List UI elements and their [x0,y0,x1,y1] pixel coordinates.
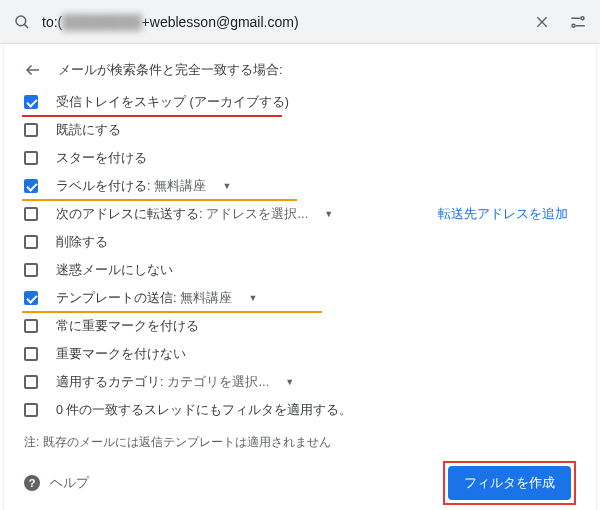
option-mark-read[interactable]: 既読にする [24,116,576,144]
label-dropdown[interactable]: 無料講座 ▼ [150,177,231,195]
svg-line-1 [24,24,28,28]
checkbox-forward[interactable] [24,207,38,221]
chevron-down-icon: ▼ [324,209,333,219]
option-never-spam[interactable]: 迷惑メールにしない [24,256,576,284]
create-filter-button[interactable]: フィルタを作成 [448,466,571,500]
search-input[interactable]: to:(████████+weblesson@gmail.com) [32,14,532,30]
option-categorize[interactable]: 適用するカテゴリ: カテゴリを選択... ▼ [24,368,576,396]
checkbox-delete[interactable] [24,235,38,249]
checkbox-always-important[interactable] [24,319,38,333]
help-link[interactable]: ? ヘルプ [24,475,89,492]
checkbox-star[interactable] [24,151,38,165]
back-icon[interactable] [24,60,44,80]
checkbox-mark-read[interactable] [24,123,38,137]
panel-title: メールが検索条件と完全一致する場合: [58,61,283,79]
option-never-important[interactable]: 重要マークを付けない [24,340,576,368]
option-send-template[interactable]: テンプレートの送信: 無料講座 ▼ [24,284,576,312]
note-text: 注: 既存のメールには返信テンプレートは適用されません [24,434,576,451]
filter-panel: メールが検索条件と完全一致する場合: 受信トレイをスキップ (アーカイブする) … [4,44,596,510]
option-delete[interactable]: 削除する [24,228,576,256]
svg-point-0 [16,16,26,26]
clear-icon[interactable] [532,12,552,32]
filter-options-icon[interactable] [568,12,588,32]
highlight-box: フィルタを作成 [443,461,576,505]
panel-footer: ? ヘルプ フィルタを作成 [24,461,576,505]
chevron-down-icon: ▼ [222,181,231,191]
option-skip-inbox[interactable]: 受信トレイをスキップ (アーカイブする) [24,88,576,116]
checkbox-skip-inbox[interactable] [24,95,38,109]
checkbox-never-spam[interactable] [24,263,38,277]
forward-dropdown[interactable]: アドレスを選択... ▼ [202,205,333,223]
checkbox-categorize[interactable] [24,375,38,389]
option-apply-label[interactable]: ラベルを付ける: 無料講座 ▼ [24,172,576,200]
checkbox-apply-matching[interactable] [24,403,38,417]
option-apply-matching[interactable]: 0 件の一致するスレッドにもフィルタを適用する。 [24,396,576,424]
category-dropdown[interactable]: カテゴリを選択... ▼ [163,373,294,391]
chevron-down-icon: ▼ [248,293,257,303]
search-icon [12,12,32,32]
option-always-important[interactable]: 常に重要マークを付ける [24,312,576,340]
template-dropdown[interactable]: 無料講座 ▼ [176,289,257,307]
svg-point-7 [572,24,575,27]
checkbox-send-template[interactable] [24,291,38,305]
option-forward[interactable]: 次のアドレスに転送する: アドレスを選択... ▼ 転送先アドレスを追加 [24,200,576,228]
help-icon: ? [24,475,40,491]
option-star[interactable]: スターを付ける [24,144,576,172]
svg-point-5 [581,16,584,19]
checkbox-never-important[interactable] [24,347,38,361]
panel-header: メールが検索条件と完全一致する場合: [24,52,576,88]
add-forward-address-link[interactable]: 転送先アドレスを追加 [438,206,576,223]
chevron-down-icon: ▼ [285,377,294,387]
checkbox-apply-label[interactable] [24,179,38,193]
search-bar: to:(████████+weblesson@gmail.com) [0,0,600,44]
